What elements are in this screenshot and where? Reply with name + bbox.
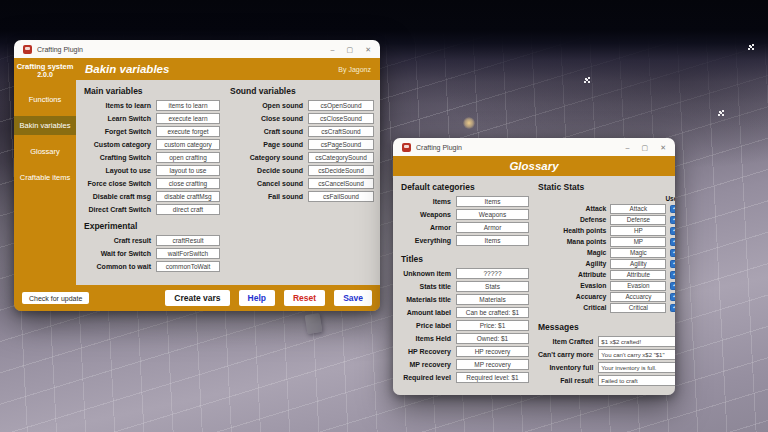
footer-action-button[interactable]: Reset (284, 290, 325, 306)
app-icon (402, 143, 411, 152)
text-input[interactable]: HP (610, 226, 666, 236)
text-input[interactable]: ????? (456, 268, 529, 279)
minimize-icon[interactable]: – (331, 46, 335, 53)
text-input[interactable]: Critical (610, 303, 666, 313)
footer-action-button[interactable]: Create vars (165, 290, 229, 306)
field-label: Category sound (230, 154, 303, 161)
text-input[interactable]: close crafting (156, 178, 220, 189)
use-checkbox[interactable] (670, 216, 675, 224)
field-row: Required level Required level: $1 (401, 371, 529, 384)
text-input[interactable]: layout to use (156, 165, 220, 176)
minimize-icon[interactable]: – (626, 144, 630, 151)
sidebar-item[interactable]: Functions (14, 90, 76, 109)
footer-action-button[interactable]: Help (239, 290, 275, 306)
field-row: Category sound csCategorySound (230, 151, 374, 164)
text-input[interactable]: Price: $1 (456, 320, 529, 331)
use-checkbox[interactable] (670, 293, 675, 301)
text-input[interactable]: You can't carry x$2 "$1" (598, 349, 675, 360)
text-input[interactable]: custom category (156, 139, 220, 150)
text-input[interactable]: Owned: $1 (456, 333, 529, 344)
footer-action-button[interactable]: Save (334, 290, 372, 306)
field-row: MP recovery MP recovery (401, 358, 529, 371)
field-row: Price label Price: $1 (401, 319, 529, 332)
text-input[interactable]: Armor (456, 222, 529, 233)
text-input[interactable]: disable craftMsg (156, 191, 220, 202)
text-input[interactable]: Attack (610, 204, 666, 214)
text-input[interactable]: execute forget (156, 126, 220, 137)
use-checkbox[interactable] (670, 238, 675, 246)
text-input[interactable]: Attribute (610, 270, 666, 280)
field-label: Defense (538, 216, 606, 223)
glossary-right-column: Static Stats Use Attack Attack Defense D… (538, 181, 675, 395)
titlebar[interactable]: Crafting Plugin – ▢ ✕ (393, 138, 675, 156)
text-input[interactable]: Items (456, 196, 529, 207)
plugin-name: Crafting system (15, 62, 75, 71)
use-checkbox[interactable] (670, 260, 675, 268)
field-label: MP recovery (401, 361, 451, 368)
field-label: Required level (401, 374, 451, 381)
text-input[interactable]: csFailSound (308, 191, 374, 202)
text-input[interactable]: $1 x$2 crafted! (598, 336, 675, 347)
text-input[interactable]: Items (456, 235, 529, 246)
text-input[interactable]: csOpenSound (308, 100, 374, 111)
text-input[interactable]: execute learn (156, 113, 220, 124)
field-label: Magic (538, 249, 606, 256)
sidebar-item[interactable]: Bakin variables (14, 116, 76, 135)
text-input[interactable]: Agility (610, 259, 666, 269)
sidebar-item-label: Bakin variables (20, 121, 71, 130)
text-input[interactable]: Your inventory is full. (598, 362, 675, 373)
field-label: Everything (401, 237, 451, 244)
text-input[interactable]: csCancelSound (308, 178, 374, 189)
text-input[interactable]: MP (610, 237, 666, 247)
text-input[interactable]: Failed to craft (598, 375, 675, 386)
text-input[interactable]: direct craft (156, 204, 220, 215)
maximize-icon[interactable]: ▢ (347, 46, 354, 53)
text-input[interactable]: commonToWait (156, 261, 220, 272)
titlebar[interactable]: Crafting Plugin – ▢ ✕ (14, 40, 380, 58)
use-checkbox[interactable] (670, 227, 675, 235)
text-input[interactable]: Evasion (610, 281, 666, 291)
sidebar-item[interactable]: Glossary (14, 142, 76, 161)
stat-row: Mana points MP (538, 236, 675, 247)
use-checkbox[interactable] (670, 205, 675, 213)
text-input[interactable]: csCloseSound (308, 113, 374, 124)
text-input[interactable]: open crafting (156, 152, 220, 163)
text-input[interactable]: HP recovery (456, 346, 529, 357)
close-icon[interactable]: ✕ (660, 144, 666, 151)
text-input[interactable]: csPageSound (308, 139, 374, 150)
use-checkbox[interactable] (670, 249, 675, 257)
text-input[interactable]: csDecideSound (308, 165, 374, 176)
field-label: Common to wait (84, 263, 151, 270)
text-input[interactable]: MP recovery (456, 359, 529, 370)
text-input[interactable]: Materials (456, 294, 529, 305)
text-input[interactable]: Accuarcy (610, 292, 666, 302)
text-input[interactable]: csCategorySound (308, 152, 374, 163)
check-update-button[interactable]: Check for update (22, 292, 89, 304)
maximize-icon[interactable]: ▢ (642, 144, 649, 151)
text-input[interactable]: Defense (610, 215, 666, 225)
text-input[interactable]: items to learn (156, 100, 220, 111)
page-title: Glossary (509, 160, 558, 172)
stat-row: Attribute Attribute (538, 269, 675, 280)
text-input[interactable]: Can be crafted: $1 (456, 307, 529, 318)
field-label: Agility (538, 260, 606, 267)
page-title: Bakin variables (85, 63, 338, 75)
close-icon[interactable]: ✕ (365, 46, 371, 53)
field-label: Fail sound (230, 193, 303, 200)
field-row: Cancel sound csCancelSound (230, 177, 374, 190)
page-header: Bakin variables By Jagonz (76, 58, 380, 80)
field-row: Common to wait commonToWait (84, 260, 220, 273)
text-input[interactable]: craftResult (156, 235, 220, 246)
text-input[interactable]: Magic (610, 248, 666, 258)
text-input[interactable]: csCraftSound (308, 126, 374, 137)
use-checkbox[interactable] (670, 282, 675, 290)
use-checkbox[interactable] (670, 271, 675, 279)
field-row: Open sound csOpenSound (230, 99, 374, 112)
use-checkbox[interactable] (670, 304, 675, 312)
text-input[interactable]: Stats (456, 281, 529, 292)
field-label: Items (401, 198, 451, 205)
text-input[interactable]: waitForSwitch (156, 248, 220, 259)
text-input[interactable]: Weapons (456, 209, 529, 220)
text-input[interactable]: Required level: $1 (456, 372, 529, 383)
sidebar-item[interactable]: Craftable items (14, 168, 76, 187)
